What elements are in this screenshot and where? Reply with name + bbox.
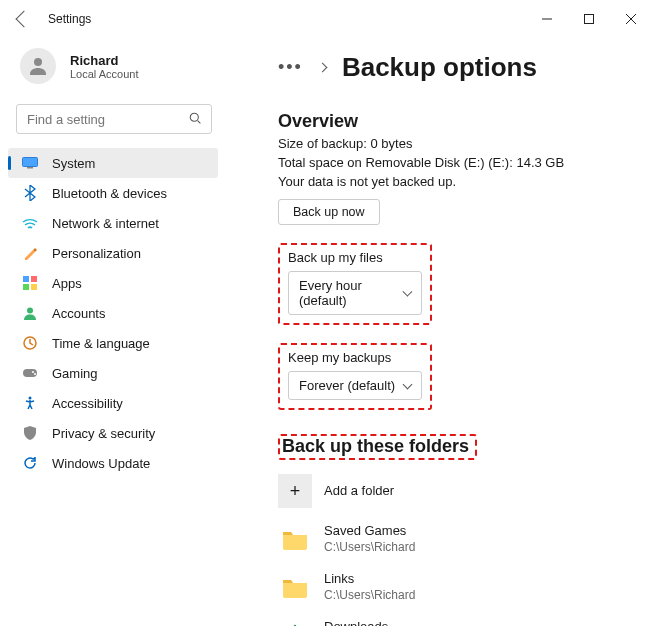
backup-frequency-select[interactable]: Every hour (default) [288,271,422,315]
update-icon [22,455,38,471]
folders-heading: Back up these folders [282,436,469,457]
highlight-folders-heading: Back up these folders [278,434,477,460]
avatar-icon [20,48,56,84]
folder-path: C:\Users\Richard [324,540,415,555]
title-bar: Settings [0,0,652,38]
keep-backups-value: Forever (default) [299,378,395,393]
svg-line-6 [198,121,201,124]
privacy-icon [22,425,38,441]
nav-label: Privacy & security [52,426,155,441]
backup-size: Size of backup: 0 bytes [278,136,628,151]
nav-item-update[interactable]: Windows Update [8,448,218,478]
add-folder-label: Add a folder [324,483,394,499]
svg-point-5 [190,113,198,121]
system-icon [22,155,38,171]
folder-icon [278,522,312,556]
nav-label: Personalization [52,246,141,261]
account-block[interactable]: Richard Local Account [4,46,222,100]
nav-item-time[interactable]: Time & language [8,328,218,358]
nav-label: Network & internet [52,216,159,231]
network-icon [22,215,38,231]
svg-rect-8 [27,167,33,169]
nav-item-system[interactable]: System [8,148,218,178]
folder-path: C:\Users\Richard [324,588,415,603]
folder-row[interactable]: LinksC:\Users\Richard [278,570,628,604]
nav-label: Gaming [52,366,98,381]
svg-rect-11 [23,284,29,290]
backup-now-button[interactable]: Back up now [278,199,380,225]
nav-label: Apps [52,276,82,291]
svg-rect-12 [31,284,37,290]
nav-label: System [52,156,95,171]
accounts-icon [22,305,38,321]
folder-name: Saved Games [324,523,415,539]
svg-point-4 [34,58,42,66]
nav-item-accounts[interactable]: Accounts [8,298,218,328]
add-icon: + [278,474,312,508]
svg-rect-15 [23,369,37,377]
svg-point-13 [27,308,33,314]
highlight-frequency: Back up my files Every hour (default) [278,243,432,325]
nav-label: Windows Update [52,456,150,471]
minimize-button[interactable] [526,5,568,33]
search-container [16,104,212,134]
keep-backups-label: Keep my backups [288,350,422,365]
content-area: ••• Backup options Overview Size of back… [226,38,652,626]
nav-item-network[interactable]: Network & internet [8,208,218,238]
maximize-button[interactable] [568,5,610,33]
total-space: Total space on Removable Disk (E:) (E:):… [278,155,628,170]
svg-rect-9 [23,276,29,282]
sidebar: Richard Local Account System Bluetooth &… [0,38,226,626]
chevron-right-icon [317,63,327,73]
folder-row[interactable]: DownloadsC:\Users\Richard [278,618,628,626]
close-button[interactable] [610,5,652,33]
bluetooth-icon [22,185,38,201]
account-type: Local Account [70,68,139,80]
add-folder-row[interactable]: + Add a folder [278,474,628,508]
nav-label: Accessibility [52,396,123,411]
backup-status: Your data is not yet backed up. [278,174,628,189]
backup-frequency-label: Back up my files [288,250,422,265]
folder-name: Links [324,571,415,587]
time-icon [22,335,38,351]
gaming-icon [22,365,38,381]
personalization-icon [22,245,38,261]
breadcrumb-overflow[interactable]: ••• [278,57,303,78]
overview-heading: Overview [278,111,628,132]
page-title: Backup options [342,52,537,83]
backup-frequency-value: Every hour (default) [299,278,404,308]
window-title: Settings [48,12,91,26]
folder-icon [278,570,312,604]
nav-item-gaming[interactable]: Gaming [8,358,218,388]
apps-icon [22,275,38,291]
nav-list: System Bluetooth & devices Network & int… [4,148,222,478]
account-name: Richard [70,53,139,68]
folder-row[interactable]: Saved GamesC:\Users\Richard [278,522,628,556]
nav-label: Bluetooth & devices [52,186,167,201]
nav-item-bluetooth[interactable]: Bluetooth & devices [8,178,218,208]
svg-rect-1 [585,15,594,24]
nav-label: Time & language [52,336,150,351]
svg-point-17 [34,373,36,375]
search-icon [189,112,202,125]
nav-item-personalization[interactable]: Personalization [8,238,218,268]
folder-name: Downloads [324,619,415,626]
keep-backups-select[interactable]: Forever (default) [288,371,422,400]
highlight-retention: Keep my backups Forever (default) [278,343,432,410]
back-icon[interactable] [16,11,33,28]
search-input[interactable] [16,104,212,134]
nav-item-accessibility[interactable]: Accessibility [8,388,218,418]
nav-item-privacy[interactable]: Privacy & security [8,418,218,448]
nav-item-apps[interactable]: Apps [8,268,218,298]
nav-label: Accounts [52,306,105,321]
svg-point-16 [32,371,34,373]
accessibility-icon [22,395,38,411]
svg-point-18 [29,397,32,400]
chevron-down-icon [403,379,413,389]
download-icon [278,618,312,626]
svg-rect-10 [31,276,37,282]
svg-rect-7 [23,158,38,167]
breadcrumb: ••• Backup options [278,52,628,83]
window-controls [526,5,652,33]
